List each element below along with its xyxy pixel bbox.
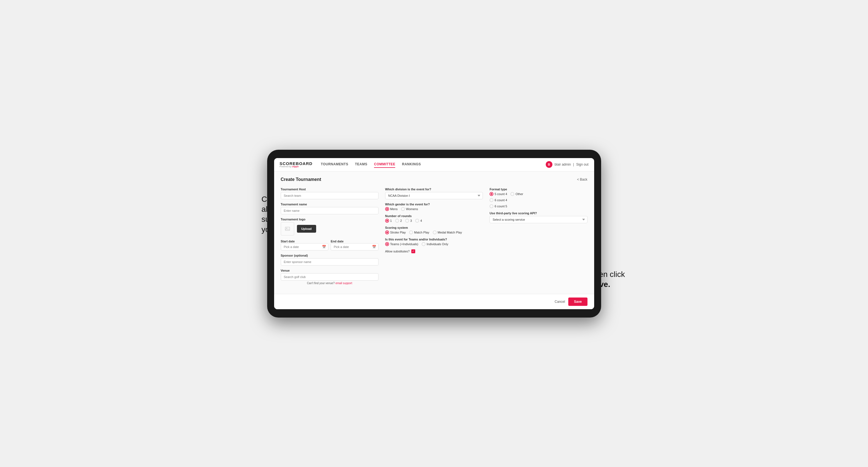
event-teams-label: Teams (+Individuals) <box>390 242 418 246</box>
rounds-3[interactable]: 3 <box>405 219 412 223</box>
format-6count4[interactable]: 6 count 4 <box>490 198 587 202</box>
sponsor-group: Sponsor (optional) <box>281 254 378 266</box>
format-type-group: Format type 5 count 4 Other <box>490 188 587 208</box>
start-date-wrapper: 📅 <box>281 243 329 250</box>
avatar: B <box>546 161 552 168</box>
tournament-name-input[interactable] <box>281 207 378 214</box>
gender-womens-radio[interactable] <box>401 207 405 211</box>
page-title: Create Tournament <box>281 177 321 182</box>
scoring-stroke-radio[interactable] <box>385 230 389 234</box>
division-select[interactable]: NCAA Division I <box>385 192 483 199</box>
tournament-host-input[interactable] <box>281 192 378 199</box>
gender-mens-radio[interactable] <box>385 207 389 211</box>
upload-button[interactable]: Upload <box>297 225 316 233</box>
rounds-2-label: 2 <box>400 219 402 222</box>
tournament-name-label: Tournament name <box>281 203 378 206</box>
form-section-middle: Which division is the event for? NCAA Di… <box>385 188 483 285</box>
nav-rankings[interactable]: RANKINGS <box>402 161 421 168</box>
event-teams[interactable]: Teams (+Individuals) <box>385 242 418 246</box>
back-link[interactable]: < Back <box>577 178 587 182</box>
rounds-radio-group: 1 2 3 <box>385 219 483 223</box>
gender-mens[interactable]: Mens <box>385 207 398 211</box>
format-6count4-label: 6 count 4 <box>495 198 507 202</box>
rounds-2[interactable]: 2 <box>395 219 402 223</box>
scoring-api-label: Use third-party live scoring API? <box>490 212 587 215</box>
user-name: blair admin <box>555 162 571 166</box>
gender-womens-label: Womens <box>406 207 418 211</box>
event-teams-radio[interactable] <box>385 242 389 246</box>
scoring-stroke-label: Stroke Play <box>390 231 406 234</box>
venue-help: Can't find your venue? email support <box>281 282 378 285</box>
format-other[interactable]: Other <box>510 192 523 196</box>
scoring-stroke[interactable]: Stroke Play <box>385 230 406 234</box>
allow-substitutes-checkbox[interactable]: ✓ <box>411 249 415 253</box>
format-5count4[interactable]: 5 count 4 <box>490 192 507 196</box>
allow-substitutes-item[interactable]: Allow substitutes? ✓ <box>385 249 483 253</box>
form-section-right: Format type 5 count 4 Other <box>490 188 587 285</box>
format-6count5[interactable]: 6 count 5 <box>490 204 587 208</box>
event-individuals-radio[interactable] <box>422 242 426 246</box>
nav-tournaments[interactable]: TOURNAMENTS <box>321 161 348 168</box>
rounds-1[interactable]: 1 <box>385 219 392 223</box>
scoring-medal-match[interactable]: Medal Match Play <box>433 230 462 234</box>
event-for-group: Is this event for Teams and/or Individua… <box>385 238 483 246</box>
format-6count5-radio[interactable] <box>490 204 493 208</box>
rounds-1-radio[interactable] <box>385 219 389 223</box>
tournament-logo-group: Tournament logo Upload <box>281 218 378 236</box>
format-6count4-radio[interactable] <box>490 198 493 202</box>
venue-label: Venue <box>281 269 378 272</box>
save-button[interactable]: Save <box>568 298 587 306</box>
format-5count4-radio[interactable] <box>490 192 493 196</box>
sign-out-link[interactable]: Sign out <box>576 162 588 166</box>
rounds-4[interactable]: 4 <box>415 219 422 223</box>
rounds-group: Number of rounds 1 2 <box>385 214 483 223</box>
format-type-label: Format type <box>490 188 587 191</box>
allow-substitutes-label: Allow substitutes? <box>385 250 410 253</box>
event-individuals[interactable]: Individuals Only <box>422 242 448 246</box>
scoring-match[interactable]: Match Play <box>409 230 429 234</box>
scoring-system-radio-group: Stroke Play Match Play Medal Match Play <box>385 230 483 234</box>
tournament-host-group: Tournament Host <box>281 188 378 199</box>
venue-email-link[interactable]: email support <box>335 282 352 285</box>
start-date-icon: 📅 <box>322 245 326 249</box>
tablet-screen: SCOREBOARD Powered by clippd TOURNAMENTS… <box>274 158 594 309</box>
allow-substitutes-group: Allow substitutes? ✓ <box>385 249 483 253</box>
page-header: Create Tournament < Back <box>281 177 587 182</box>
tablet-frame: SCOREBOARD Powered by clippd TOURNAMENTS… <box>267 150 601 317</box>
scoring-match-radio[interactable] <box>409 230 413 234</box>
nav-committee[interactable]: COMMITTEE <box>374 161 396 168</box>
format-type-options: 5 count 4 Other 6 count 4 <box>490 192 587 208</box>
tournament-logo-label: Tournament logo <box>281 218 378 221</box>
rounds-3-label: 3 <box>410 219 412 222</box>
scoring-api-group: Use third-party live scoring API? Select… <box>490 212 587 223</box>
nav-teams[interactable]: TEAMS <box>355 161 367 168</box>
venue-input[interactable] <box>281 273 378 281</box>
format-row-1: 5 count 4 Other <box>490 192 587 196</box>
navbar: SCOREBOARD Powered by clippd TOURNAMENTS… <box>274 158 594 172</box>
rounds-2-radio[interactable] <box>395 219 399 223</box>
cancel-button[interactable]: Cancel <box>555 300 565 304</box>
start-date-group: Start date 📅 <box>281 239 329 250</box>
rounds-4-radio[interactable] <box>415 219 419 223</box>
division-group: Which division is the event for? NCAA Di… <box>385 188 483 199</box>
format-6count5-label: 6 count 5 <box>495 205 507 208</box>
logo: SCOREBOARD Powered by clippd <box>280 161 312 168</box>
gender-womens[interactable]: Womens <box>401 207 418 211</box>
scoring-medal-radio[interactable] <box>433 230 437 234</box>
start-date-input[interactable] <box>281 243 329 250</box>
form-section-left: Tournament Host Tournament name Tourname… <box>281 188 378 285</box>
rounds-3-radio[interactable] <box>405 219 409 223</box>
end-date-input[interactable] <box>331 243 378 250</box>
end-date-icon: 📅 <box>372 245 376 249</box>
event-for-label: Is this event for Teams and/or Individua… <box>385 238 483 241</box>
rounds-label: Number of rounds <box>385 214 483 218</box>
event-for-radio-group: Teams (+Individuals) Individuals Only <box>385 242 483 246</box>
date-row: Start date 📅 End date <box>281 239 378 250</box>
scoring-api-select[interactable]: Select a scoring service <box>490 216 587 223</box>
scoring-system-group: Scoring system Stroke Play Match Play <box>385 226 483 234</box>
logo-placeholder <box>281 222 294 236</box>
end-date-label: End date <box>331 240 343 243</box>
main-content: Create Tournament < Back Tournament Host… <box>274 172 594 294</box>
format-other-radio[interactable] <box>510 192 514 196</box>
sponsor-input[interactable] <box>281 258 378 266</box>
